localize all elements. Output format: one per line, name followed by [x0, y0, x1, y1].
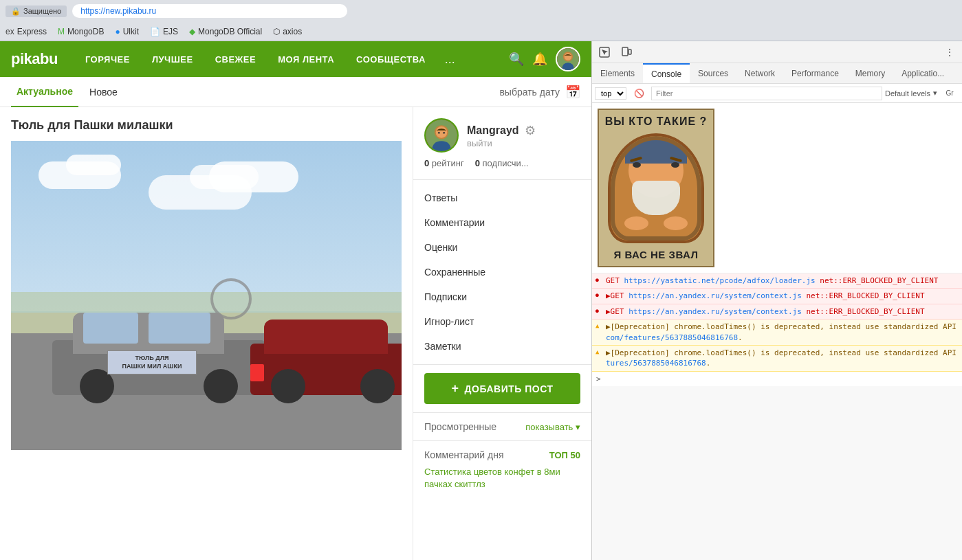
comment-day-header: Комментарий дня ТОП 50: [424, 449, 580, 460]
console-filter-input[interactable]: [651, 87, 882, 100]
console-settings-icon[interactable]: Gr: [940, 84, 959, 103]
security-text: Защищено: [23, 7, 61, 15]
profile-subscribers: 0 подписчи...: [475, 158, 529, 168]
bookmark-ulkit[interactable]: ● Ulkit: [115, 27, 139, 36]
url-bar[interactable]: https://new.pikabu.ru: [72, 4, 347, 18]
bookmark-mongodb-official[interactable]: ◆ MongoDB Official: [189, 27, 262, 36]
console-area: top 🚫 Default levels ▾ Gr ВЫ КТО ТАКИЕ ?: [592, 84, 962, 560]
sub-nav-date[interactable]: выбрать дату 📅: [499, 85, 580, 100]
console-warning-2: ▶[Deprecation] chrome.loadTimes() is dep…: [592, 346, 962, 372]
warning-link-2[interactable]: tures/5637885046816768: [606, 359, 706, 368]
user-avatar[interactable]: [556, 47, 580, 71]
post-title[interactable]: Тюль для Пашки милашки: [11, 118, 402, 133]
tab-network[interactable]: Network: [736, 63, 783, 84]
meme-top-text: ВЫ КТО ТАКИЕ ?: [604, 115, 708, 128]
svg-point-5: [436, 126, 448, 138]
plus-icon: +: [452, 381, 459, 396]
svg-rect-10: [628, 49, 631, 54]
viewed-show[interactable]: показывать ▾: [525, 422, 580, 432]
calendar-icon[interactable]: 📅: [565, 85, 580, 100]
nav-item-fresh[interactable]: СВЕЖЕЕ: [204, 41, 267, 77]
bookmark-axios[interactable]: ⬡ axios: [273, 27, 302, 36]
devtools-inspect-icon[interactable]: [595, 43, 614, 62]
svg-point-6: [438, 132, 440, 134]
nav-item-my-feed[interactable]: МОЯ ЛЕНТА: [267, 41, 345, 77]
tab-elements[interactable]: Elements: [592, 63, 643, 84]
meme-image: ВЫ КТО ТАКИЕ ?: [598, 109, 714, 267]
cloud-5: [209, 161, 298, 192]
profile-info: Mangrayd ⚙ выйти: [467, 123, 536, 148]
profile-name: Mangrayd: [467, 124, 519, 137]
nav-item-best[interactable]: ЛУЧШЕЕ: [141, 41, 204, 77]
nav-items: ГОРЯЧЕЕ ЛУЧШЕЕ СВЕЖЕЕ МОЯ ЛЕНТА СООБЩЕСТ…: [74, 41, 509, 77]
navbar: pikabu ГОРЯЧЕЕ ЛУЧШЕЕ СВЕЖЕЕ МОЯ ЛЕНТА С…: [0, 41, 591, 77]
tab-memory[interactable]: Memory: [847, 63, 893, 84]
menu-comments[interactable]: Комментарии: [413, 210, 591, 235]
viewed-section: Просмотренные показывать ▾: [413, 412, 591, 440]
devtools-more-icon[interactable]: ⋮: [940, 43, 959, 62]
profile-logout[interactable]: выйти: [467, 138, 536, 148]
comment-day-link[interactable]: Статистика цветов конфет в 8ми пачках ск…: [424, 467, 560, 489]
nav-item-hot[interactable]: ГОРЯЧЕЕ: [74, 41, 141, 77]
warning-link-1[interactable]: com/features/5637885046816768: [606, 333, 738, 342]
date-label: выбрать дату: [499, 87, 560, 98]
console-context-select[interactable]: top: [595, 87, 626, 100]
profile-settings-icon[interactable]: ⚙: [525, 123, 536, 138]
security-badge: 🔒 Защищено: [6, 5, 67, 17]
console-prompt-line: >: [592, 372, 962, 386]
error-text-1: GET https://yastatic.net/pcode/adfox/loa…: [606, 276, 958, 286]
menu-answers[interactable]: Ответы: [413, 186, 591, 210]
profile-avatar[interactable]: [424, 118, 459, 153]
profile-avatar-svg: [426, 118, 457, 153]
mongodb-icon: M: [58, 27, 65, 36]
svg-point-2: [565, 53, 572, 60]
error-link-2[interactable]: https://an.yandex.ru/system/context.js: [628, 291, 802, 300]
nav-item-communities[interactable]: СООБЩЕСТВА: [345, 41, 437, 77]
tab-application[interactable]: Applicatio...: [893, 63, 952, 84]
svg-rect-9: [622, 47, 628, 56]
lock-icon: 🔒: [11, 7, 21, 16]
tab-sources[interactable]: Sources: [690, 63, 736, 84]
error-link-1[interactable]: https://yastatic.net/pcode/adfox/loader.…: [624, 276, 816, 285]
viewed-label: Просмотренные: [424, 421, 496, 432]
tab-console[interactable]: Console: [643, 63, 690, 84]
console-filter-label: Default levels: [885, 89, 930, 98]
profile-header: Mangrayd ⚙ выйти: [424, 118, 580, 153]
console-clear-icon[interactable]: 🚫: [629, 84, 648, 103]
top50-badge[interactable]: ТОП 50: [549, 450, 580, 460]
svg-point-7: [443, 132, 445, 134]
console-filter-bar: top 🚫 Default levels ▾ Gr: [592, 84, 962, 103]
tab-performance[interactable]: Performance: [783, 63, 847, 84]
red-car: [250, 320, 402, 395]
menu-ratings[interactable]: Оценки: [413, 235, 591, 260]
warning-text-1: ▶[Deprecation] chrome.loadTimes() is dep…: [606, 322, 958, 343]
comment-day-section: Комментарий дня ТОП 50 Статистика цветов…: [413, 440, 591, 499]
notifications-icon[interactable]: 🔔: [532, 52, 547, 67]
search-icon[interactable]: 🔍: [509, 52, 524, 67]
menu-subscriptions[interactable]: Подписки: [413, 284, 591, 309]
avatar-svg: [557, 47, 579, 71]
devtools-device-icon[interactable]: [617, 43, 636, 62]
nav-more-button[interactable]: ...: [437, 52, 463, 67]
mongodb-official-icon: ◆: [189, 27, 195, 36]
bookmark-mongodb[interactable]: M MongoDB: [58, 27, 104, 36]
add-post-button[interactable]: + ДОБАВИТЬ ПОСТ: [424, 373, 580, 404]
console-error-1: GET https://yastatic.net/pcode/adfox/loa…: [592, 273, 962, 289]
meme-figure: [608, 133, 704, 243]
browser-top-bar: 🔒 Защищено https://new.pikabu.ru: [0, 0, 962, 22]
bookmark-express[interactable]: ex Express: [6, 27, 47, 36]
profile-rating: 0 рейтинг: [424, 158, 464, 168]
meme-bottom-text: Я ВАС НЕ ЗВАЛ: [604, 249, 708, 260]
axios-icon: ⬡: [273, 27, 280, 36]
menu-saved[interactable]: Сохраненные: [413, 260, 591, 284]
right-sidebar: Mangrayd ⚙ выйти 0 рейтинг 0: [413, 107, 591, 560]
site-logo[interactable]: pikabu: [11, 50, 58, 68]
bookmark-ejs[interactable]: 📄 EJS: [150, 27, 178, 36]
sub-nav-actual[interactable]: Актуальное: [11, 77, 78, 107]
sub-nav-new[interactable]: Новое: [84, 77, 123, 107]
comment-day-label: Комментарий дня: [424, 449, 504, 460]
menu-notes[interactable]: Заметки: [413, 334, 591, 359]
error-link-3[interactable]: https://an.yandex.ru/system/context.js: [628, 307, 802, 316]
menu-ignore[interactable]: Игнор-лист: [413, 309, 591, 334]
error-text-3: ▶GET https://an.yandex.ru/system/context…: [606, 306, 958, 317]
